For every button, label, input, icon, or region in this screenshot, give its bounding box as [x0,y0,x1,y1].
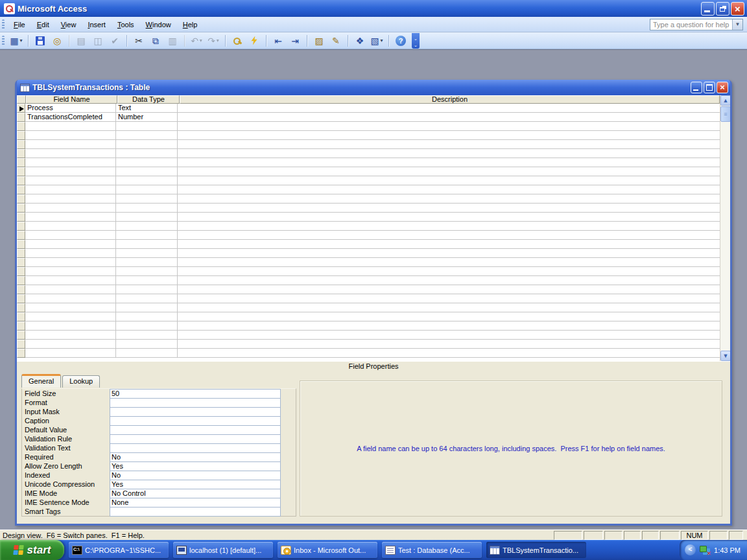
taskbar-task-button[interactable]: TBLSystemTransactio... [486,542,586,558]
toolbar-button[interactable]: ⧉ [148,34,163,48]
data-type-cell[interactable] [116,122,178,131]
property-row[interactable]: Unicode Compression Yes [23,480,296,489]
data-type-cell[interactable] [116,222,178,231]
description-cell[interactable] [178,204,720,213]
description-cell[interactable] [178,285,720,294]
close-button[interactable]: × [731,2,744,16]
field-name-cell[interactable] [25,240,116,249]
toolbar-button[interactable]: ↷ [206,34,221,48]
table-design-titlebar[interactable]: TBLSystemTransactions : Table × [17,80,730,95]
field-name-cell[interactable] [25,312,116,321]
row-selector[interactable] [17,240,25,249]
field-name-cell[interactable] [25,285,116,294]
toolbar-button[interactable]: ✂ [131,34,147,48]
row-selector[interactable] [17,140,25,149]
row-selector[interactable] [17,158,25,167]
field-name-cell[interactable] [25,349,116,358]
property-value-field[interactable]: None [110,498,281,508]
property-value-field[interactable]: No [110,471,281,480]
data-type-cell[interactable] [116,258,178,267]
menu-item[interactable]: File [8,19,31,30]
toolbar-button[interactable]: ▨ [311,34,327,48]
description-cell[interactable] [178,104,720,113]
table-row[interactable]: Process Text [17,104,720,113]
toolbar-button[interactable] [246,34,262,48]
data-type-cell[interactable] [116,349,178,358]
restore-button[interactable] [716,2,729,16]
description-cell[interactable] [178,340,720,349]
property-value-field[interactable]: No [110,452,281,462]
scrollbar-thumb[interactable] [720,106,730,122]
property-row[interactable]: Smart Tags [23,508,296,517]
data-type-cell[interactable]: Number [116,113,178,122]
property-row[interactable]: Allow Zero Length Yes [23,462,296,471]
toolbar-button[interactable] [32,34,48,48]
table-row[interactable]: TransactionsCompleted Number [17,113,720,122]
row-selector[interactable] [17,258,25,267]
table-row[interactable] [17,204,720,213]
table-row[interactable] [17,349,720,358]
field-name-cell[interactable] [25,167,116,176]
description-cell[interactable] [178,276,720,285]
row-selector[interactable] [17,194,25,204]
row-selector[interactable] [17,167,25,176]
field-name-cell[interactable] [25,122,116,131]
row-selector[interactable] [17,113,25,122]
toolbar-button[interactable]: ▤ [73,34,89,48]
table-row[interactable] [17,231,720,240]
description-cell[interactable] [178,122,720,131]
data-type-cell[interactable] [116,331,178,340]
description-cell[interactable] [178,231,720,240]
data-type-cell[interactable] [116,204,178,213]
table-row[interactable] [17,194,720,204]
description-cell[interactable] [178,149,720,158]
description-cell[interactable] [178,158,720,167]
toolbar-button[interactable]: ⇥ [287,34,303,48]
field-name-cell[interactable] [25,321,116,331]
description-cell[interactable] [178,267,720,276]
property-value-field[interactable]: 50 [110,389,281,399]
table-row[interactable] [17,294,720,303]
row-selector[interactable] [17,204,25,213]
data-type-cell[interactable] [116,249,178,258]
vertical-scrollbar[interactable]: ▲ ▼ [720,95,730,361]
row-selector[interactable] [17,312,25,321]
field-name-cell[interactable]: TransactionsCompleted [25,113,116,122]
property-row[interactable]: Default Value [23,426,296,435]
property-row[interactable]: Required No [23,453,296,462]
minimize-button[interactable] [701,2,715,16]
table-row[interactable] [17,340,720,349]
field-name-cell[interactable] [25,213,116,222]
field-name-cell[interactable] [25,194,116,204]
data-type-cell[interactable] [116,303,178,312]
field-name-cell[interactable] [25,176,116,185]
column-header-description[interactable]: Description [180,95,720,104]
menu-item[interactable]: View [55,19,82,30]
table-row[interactable] [17,321,720,331]
data-type-cell[interactable] [116,231,178,240]
field-name-cell[interactable] [25,158,116,167]
row-selector[interactable] [17,104,25,113]
chevron-down-icon[interactable]: ▼ [732,19,742,30]
row-selector[interactable] [17,213,25,222]
row-selector[interactable] [17,131,25,140]
data-type-cell[interactable] [116,312,178,321]
property-value-field[interactable] [110,443,281,453]
toolbar-drag-handle[interactable] [2,36,5,46]
row-selector[interactable] [17,331,25,340]
description-cell[interactable] [178,176,720,185]
property-row[interactable]: IME Sentence Mode None [23,498,296,508]
property-row[interactable]: Input Mask [23,408,296,417]
field-name-cell[interactable] [25,276,116,285]
table-row[interactable] [17,285,720,294]
data-type-cell[interactable] [116,194,178,204]
scroll-down-icon[interactable]: ▼ [720,351,730,361]
table-row[interactable] [17,249,720,258]
property-value-field[interactable] [110,425,281,435]
table-row[interactable] [17,158,720,167]
description-cell[interactable] [178,331,720,340]
description-cell[interactable] [178,303,720,312]
table-row[interactable] [17,213,720,222]
field-name-cell[interactable] [25,140,116,149]
toolbar-button[interactable] [230,34,245,48]
